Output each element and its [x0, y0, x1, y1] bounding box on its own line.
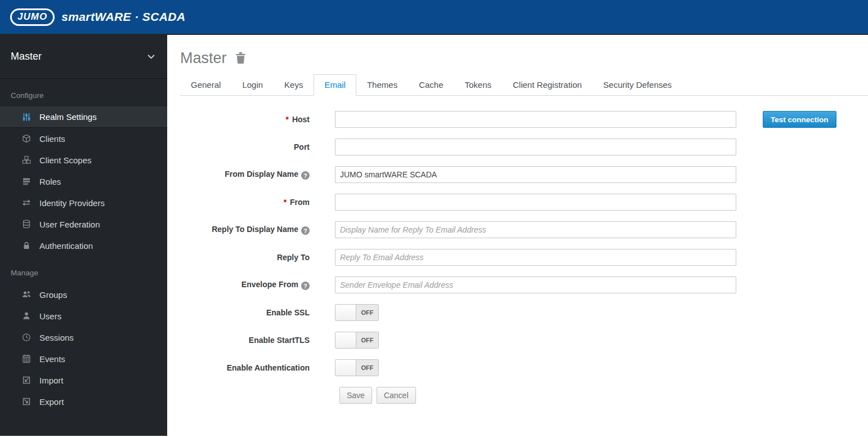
toggle-handle	[335, 360, 356, 376]
jumo-logo: JUMO	[10, 8, 55, 26]
reply-to-label: Reply To	[180, 253, 335, 262]
email-settings-form: * Host Test connection Port From Display…	[180, 111, 868, 404]
from-label: * From	[180, 198, 335, 207]
sidebar-item-roles[interactable]: Roles	[0, 171, 167, 192]
sidebar-item-events[interactable]: Events	[0, 348, 167, 369]
toggle-state-label: OFF	[356, 305, 378, 320]
form-row-envelope-from: Envelope From?	[180, 277, 868, 293]
sidebar-section-configure: Configure	[0, 79, 167, 106]
required-marker: *	[284, 198, 287, 207]
sidebar-item-label: Export	[39, 397, 64, 407]
label-text: Host	[292, 115, 310, 124]
realm-selector-label: Master	[11, 51, 42, 63]
sidebar-item-client-scopes[interactable]: Client Scopes	[0, 149, 167, 171]
sidebar: Master Configure Realm Settings Clients	[0, 35, 167, 436]
label-text: From Display Name	[225, 170, 298, 179]
sidebar-item-label: Realm Settings	[39, 112, 97, 122]
enable-starttls-toggle[interactable]: OFF	[335, 332, 379, 349]
host-label: * Host	[180, 115, 335, 124]
page-title: Master	[180, 50, 227, 67]
sidebar-item-user-federation[interactable]: User Federation	[0, 213, 167, 235]
calendar-icon	[20, 354, 33, 363]
form-row-reply-to: Reply To	[180, 249, 868, 266]
enable-ssl-toggle[interactable]: OFF	[335, 304, 379, 321]
tab-keys[interactable]: Keys	[274, 74, 314, 96]
sliders-icon	[20, 113, 33, 122]
sidebar-item-realm-settings[interactable]: Realm Settings	[0, 106, 167, 128]
tab-client-registration[interactable]: Client Registration	[502, 74, 593, 96]
label-text: Envelope From	[241, 280, 298, 289]
tab-bar: General Login Keys Email Themes Cache To…	[180, 74, 868, 96]
chevron-down-icon	[147, 54, 155, 59]
reply-to-input[interactable]	[335, 249, 736, 266]
sidebar-item-import[interactable]: Import	[0, 369, 167, 391]
toggle-state-label: OFF	[356, 332, 378, 348]
sidebar-item-label: Identity Providers	[39, 198, 105, 208]
list-icon	[20, 177, 33, 186]
realm-selector[interactable]: Master	[0, 35, 167, 79]
export-icon	[20, 397, 33, 406]
from-display-name-input[interactable]	[335, 166, 736, 183]
label-text: Reply To	[277, 253, 310, 262]
port-label: Port	[180, 142, 335, 151]
tab-login[interactable]: Login	[231, 74, 274, 96]
user-icon	[20, 311, 33, 320]
tab-tokens[interactable]: Tokens	[454, 74, 503, 96]
label-text: Port	[294, 142, 310, 151]
label-text: Enable StartTLS	[249, 336, 310, 345]
lock-icon	[20, 241, 33, 250]
sidebar-section-manage: Manage	[0, 256, 167, 284]
group-icon	[20, 290, 33, 299]
reply-to-display-name-input[interactable]	[335, 221, 736, 238]
from-display-name-label: From Display Name?	[180, 170, 335, 180]
delete-realm-button[interactable]	[235, 52, 246, 65]
cancel-button[interactable]: Cancel	[377, 387, 416, 404]
main-content: Master General Login Keys Email Themes C…	[167, 35, 868, 436]
required-marker: *	[286, 115, 289, 124]
from-input[interactable]	[335, 194, 736, 211]
sidebar-item-export[interactable]: Export	[0, 391, 167, 412]
save-button[interactable]: Save	[339, 387, 372, 404]
sidebar-item-clients[interactable]: Clients	[0, 128, 167, 149]
sidebar-item-groups[interactable]: Groups	[0, 284, 167, 305]
port-input[interactable]	[335, 139, 736, 155]
label-text: From	[290, 198, 310, 207]
sidebar-item-identity-providers[interactable]: Identity Providers	[0, 192, 167, 213]
tab-themes[interactable]: Themes	[356, 74, 408, 96]
help-icon[interactable]: ?	[301, 282, 310, 290]
envelope-from-label: Envelope From?	[180, 280, 335, 291]
reply-to-display-name-label: Reply To Display Name?	[180, 225, 335, 235]
sidebar-item-users[interactable]: Users	[0, 305, 167, 327]
enable-ssl-label: Enable SSL	[180, 308, 335, 317]
sidebar-item-label: Authentication	[39, 241, 93, 251]
tab-general[interactable]: General	[180, 74, 231, 96]
app-window: JUMO smartWARE · SCADA Master Configure …	[0, 0, 868, 437]
tab-email[interactable]: Email	[314, 74, 356, 96]
toggle-handle	[335, 305, 356, 320]
sidebar-item-label: Users	[39, 311, 61, 321]
import-icon	[20, 376, 33, 385]
form-row-from: * From	[180, 194, 868, 211]
toggle-state-label: OFF	[356, 360, 378, 376]
host-input[interactable]	[335, 111, 736, 128]
form-row-from-display-name: From Display Name?	[180, 166, 868, 183]
label-text: Enable SSL	[266, 308, 310, 317]
tab-security-defenses[interactable]: Security Defenses	[593, 74, 683, 96]
sidebar-item-label: Import	[39, 376, 64, 385]
product-name: smartWARE · SCADA	[61, 10, 185, 24]
form-row-reply-to-display-name: Reply To Display Name?	[180, 221, 868, 238]
help-icon[interactable]: ?	[301, 171, 310, 180]
help-icon[interactable]: ?	[301, 226, 310, 235]
toggle-handle	[335, 332, 356, 348]
sidebar-item-label: Clients	[39, 134, 65, 144]
clock-icon	[20, 333, 33, 342]
enable-authentication-toggle[interactable]: OFF	[335, 359, 379, 376]
envelope-from-input[interactable]	[335, 277, 736, 293]
test-connection-button[interactable]: Test connection	[763, 111, 836, 128]
sidebar-item-label: Roles	[39, 177, 61, 186]
sidebar-item-label: Client Scopes	[39, 155, 92, 165]
label-text: Enable Authentication	[227, 363, 310, 372]
sidebar-item-sessions[interactable]: Sessions	[0, 327, 167, 348]
sidebar-item-authentication[interactable]: Authentication	[0, 235, 167, 256]
tab-cache[interactable]: Cache	[408, 74, 454, 96]
